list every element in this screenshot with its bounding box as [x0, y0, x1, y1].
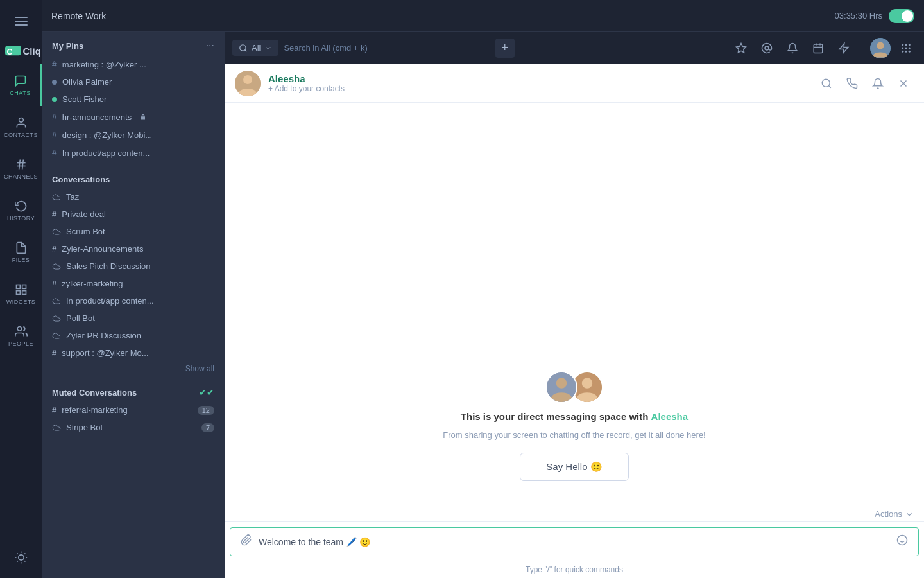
message-input-area: Type "/" for quick commands — [225, 521, 924, 578]
pin-label-olivia: Olivia Palmer — [62, 77, 112, 87]
calendar-button[interactable] — [808, 38, 828, 58]
svg-point-28 — [765, 46, 769, 50]
nav-files[interactable]: FILES — [0, 231, 42, 273]
chat-header-actions — [816, 73, 914, 94]
conv-item-zylker-marketing[interactable]: # zylker-marketing — [42, 275, 225, 292]
chat-notifications-button[interactable] — [868, 73, 888, 94]
nav-people[interactable]: PEOPLE — [0, 315, 42, 356]
add-button[interactable]: + — [495, 39, 515, 58]
status-toggle[interactable] — [889, 9, 914, 23]
muted-label-referral: referral-marketing — [62, 405, 128, 415]
search-icon — [239, 44, 248, 53]
muted-conversations-header: Muted Conversations ✔✔ — [42, 381, 225, 401]
lightning-button[interactable] — [834, 38, 854, 58]
timer-display: 03:35:30 Hrs — [835, 11, 882, 21]
show-all-link[interactable]: Show all — [42, 362, 225, 378]
pin-label-product: In product/app conten... — [62, 148, 150, 158]
conv-item-poll-bot[interactable]: Poll Bot — [42, 310, 225, 327]
conv-item-in-product[interactable]: In product/app conten... — [42, 292, 225, 310]
muted-item-stripe-bot[interactable]: Stripe Bot 7 — [42, 419, 225, 436]
user-avatar[interactable] — [870, 38, 891, 58]
conv-item-support[interactable]: # support : @Zylker Mo... — [42, 344, 225, 362]
nav-channels[interactable]: CHANNELS — [0, 148, 42, 189]
pin-item-olivia[interactable]: Olivia Palmer — [42, 73, 225, 91]
welcome-contact-name: Aleesha — [651, 411, 689, 422]
svg-point-38 — [909, 44, 911, 46]
lock-icon — [139, 113, 147, 121]
conv-item-sales-pitch[interactable]: Sales Pitch Discussion — [42, 258, 225, 275]
sidebar-panel: My Pins ··· # marketing : @Zylker ... Ol… — [42, 32, 225, 578]
phone-icon — [846, 78, 858, 89]
muted-double-check-icon: ✔✔ — [199, 387, 214, 398]
conv-item-taz[interactable]: Taz — [42, 188, 225, 206]
nav-widgets[interactable]: WIDGETS — [0, 273, 42, 315]
attach-button[interactable] — [241, 534, 252, 549]
svg-rect-1 — [15, 21, 28, 22]
nav-contacts[interactable]: CONTACTS — [0, 106, 42, 148]
theme-toggle-button[interactable] — [0, 546, 42, 568]
quick-commands-hint: Type "/" for quick commands — [225, 561, 924, 578]
nav-widgets-label: WIDGETS — [6, 299, 36, 305]
apps-grid-button[interactable] — [896, 38, 916, 58]
muted-item-referral[interactable]: # referral-marketing 12 — [42, 401, 225, 419]
search-filter-button[interactable]: All — [232, 40, 278, 56]
emoji-button[interactable] — [896, 534, 908, 549]
search-input[interactable] — [284, 43, 490, 53]
hash-icon-referral: # — [52, 405, 56, 415]
add-contact-link[interactable]: + Add to your contacts — [268, 84, 809, 93]
pin-item-scott[interactable]: Scott Fisher — [42, 91, 225, 108]
chat-user-info: Aleesha + Add to your contacts — [268, 73, 809, 93]
conv-item-zyler-announcements[interactable]: # Zyler-Announcements — [42, 240, 225, 258]
svg-point-41 — [909, 47, 911, 49]
hamburger-button[interactable] — [0, 6, 42, 35]
say-hello-button[interactable]: Say Hello 🙂 — [520, 453, 628, 481]
hash-icon-product: # — [52, 148, 57, 158]
message-input[interactable] — [259, 537, 896, 547]
nav-chats[interactable]: CHATS — [0, 64, 42, 106]
hash-icon-private: # — [52, 209, 56, 219]
nav-history[interactable]: HISTORY — [0, 189, 42, 231]
icon-sidebar: C Cliq CHATS CONTACTS CHAN — [0, 0, 42, 578]
svg-point-46 — [243, 75, 252, 84]
star-button[interactable] — [731, 38, 751, 58]
svg-point-52 — [556, 378, 567, 389]
conv-item-zyler-pr[interactable]: Zyler PR Discussion — [42, 327, 225, 344]
actions-dropdown[interactable]: Actions — [875, 509, 914, 519]
muted-label-stripe-bot: Stripe Bot — [66, 423, 103, 432]
hash-icon-support: # — [52, 348, 56, 358]
svg-point-47 — [822, 79, 830, 87]
svg-rect-0 — [15, 17, 28, 18]
search-filter-label: All — [252, 43, 261, 53]
pin-item-design[interactable]: # design : @Zylker Mobi... — [42, 126, 225, 144]
my-pins-more-button[interactable]: ··· — [206, 40, 214, 51]
conv-label-taz: Taz — [66, 192, 79, 202]
pin-item-hr[interactable]: # hr-announcements — [42, 108, 225, 126]
app-logo[interactable]: C Cliq — [0, 35, 42, 64]
conversations-header: Conversations — [42, 167, 225, 188]
actions-chevron-icon — [905, 510, 914, 519]
chat-close-button[interactable] — [893, 73, 914, 94]
conv-item-private-deal[interactable]: # Private deal — [42, 206, 225, 223]
svg-rect-29 — [814, 44, 823, 53]
svg-line-10 — [22, 159, 23, 169]
pin-item-product[interactable]: # In product/app conten... — [42, 144, 225, 162]
notification-icon — [787, 42, 798, 54]
svg-point-35 — [877, 42, 884, 49]
chat-search-button[interactable] — [816, 73, 837, 94]
conv-item-scrum-bot[interactable]: Scrum Bot — [42, 223, 225, 240]
welcome-message-bold: This is your direct messaging space with — [461, 411, 649, 422]
svg-rect-11 — [16, 285, 20, 288]
notification-button[interactable] — [782, 38, 803, 58]
conv-label-in-product: In product/app conten... — [66, 296, 154, 306]
welcome-text: This is your direct messaging space with… — [461, 411, 688, 423]
chevron-down-icon — [264, 44, 272, 52]
chat-call-button[interactable] — [842, 73, 862, 94]
cloud-icon-stripe — [52, 423, 61, 432]
hash-icon-zyler: # — [52, 244, 56, 254]
svg-rect-2 — [15, 24, 28, 26]
mention-button[interactable] — [757, 38, 777, 58]
my-pins-title: My Pins — [52, 41, 83, 51]
svg-rect-12 — [22, 285, 26, 288]
my-pins-header: My Pins ··· — [42, 32, 225, 55]
pin-item-marketing[interactable]: # marketing : @Zylker ... — [42, 55, 225, 73]
